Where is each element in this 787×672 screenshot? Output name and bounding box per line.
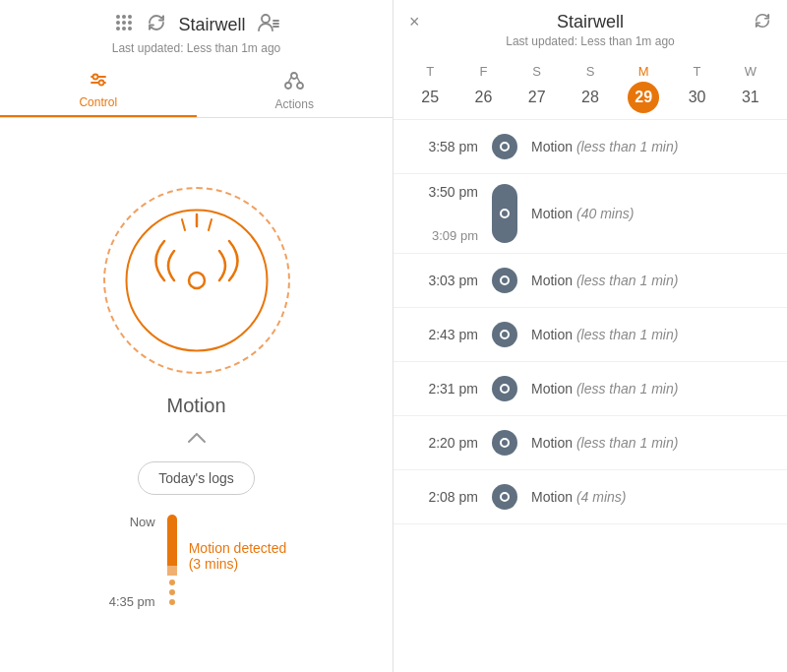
motion-icon-inner [500, 438, 510, 448]
motion-icon [492, 484, 517, 510]
cal-letter: W [745, 64, 757, 79]
svg-point-3 [116, 21, 120, 25]
cal-num[interactable]: 28 [575, 82, 606, 113]
motion-icon-inner [500, 142, 510, 152]
event-desc: Motion (less than 1 min) [531, 435, 771, 451]
todays-logs-button[interactable]: Today's logs [138, 461, 255, 495]
event-time-top: 3:50 pm [428, 184, 478, 200]
motion-icon [492, 376, 517, 401]
motion-icon [492, 134, 517, 159]
motion-icon-inner [500, 384, 510, 394]
event-time-main: 2:31 pm [428, 381, 478, 397]
chevron-up-icon[interactable] [187, 429, 207, 450]
calendar-row: T 25 F 26 S 27 S 28 M 29 T 30 W 31 [394, 58, 787, 120]
cal-day-W31[interactable]: W 31 [731, 64, 770, 113]
svg-point-7 [122, 27, 126, 31]
motion-visual [98, 182, 295, 379]
cal-letter: T [426, 64, 434, 79]
event-desc: Motion (less than 1 min) [531, 381, 771, 397]
cal-num-today[interactable]: 29 [628, 82, 659, 113]
cal-day-F26[interactable]: F 26 [463, 64, 503, 113]
cal-day-S28[interactable]: S 28 [571, 64, 610, 113]
cal-num[interactable]: 27 [521, 82, 553, 113]
tabs-row: Control Actions [0, 63, 393, 118]
cal-letter: F [479, 64, 487, 79]
event-item: 2:31 pm Motion (less than 1 min) [394, 362, 787, 416]
motion-waves [103, 187, 290, 374]
log-row: Now 4:35 pm Motion detected (3 mins) [106, 515, 287, 609]
left-header-icons: Stairwell [113, 12, 278, 37]
svg-point-15 [92, 75, 97, 80]
event-item: 3:58 pm Motion (less than 1 min) [394, 120, 787, 174]
event-time: 2:20 pm [409, 435, 478, 451]
cal-num[interactable]: 30 [682, 82, 713, 113]
motion-icon-tall [492, 184, 517, 243]
svg-point-16 [98, 81, 103, 86]
event-desc: Motion (less than 1 min) [531, 327, 771, 342]
svg-point-5 [128, 21, 132, 25]
right-refresh-icon[interactable] [754, 12, 771, 33]
right-title: Stairwell [557, 12, 624, 32]
event-item: 2:20 pm Motion (less than 1 min) [394, 416, 787, 470]
cal-letter: M [638, 64, 649, 79]
event-item: 2:43 pm Motion (less than 1 min) [394, 308, 787, 362]
svg-line-24 [209, 219, 212, 230]
event-time-main: 2:43 pm [428, 327, 478, 342]
svg-point-9 [262, 15, 270, 23]
log-time-bottom: 4:35 pm [109, 594, 155, 609]
tab-actions-label: Actions [275, 97, 314, 111]
cal-num[interactable]: 26 [467, 82, 499, 113]
svg-line-23 [182, 219, 185, 230]
left-subtitle: Last updated: Less than 1m ago [112, 41, 280, 55]
svg-line-21 [297, 78, 300, 84]
event-desc: Motion (40 mins) [531, 184, 771, 243]
log-duration-label: (3 mins) [189, 556, 287, 572]
cal-letter: S [586, 64, 595, 79]
event-list: 3:58 pm Motion (less than 1 min) 3:50 pm… [394, 120, 787, 672]
cal-day-S27[interactable]: S 27 [517, 64, 557, 113]
event-item-tall: 3:50 pm 3:09 pm Motion (40 mins) [394, 174, 787, 254]
right-subtitle: Last updated: Less than 1m ago [506, 34, 674, 48]
log-section: Now 4:35 pm Motion detected (3 mins) [87, 515, 307, 629]
cal-day-T30[interactable]: T 30 [678, 64, 717, 113]
motion-icon-inner [500, 330, 510, 339]
cal-num[interactable]: 25 [414, 82, 446, 113]
cal-letter: T [694, 64, 701, 79]
log-detected-label: Motion detected [189, 540, 287, 556]
event-time-main: 2:20 pm [428, 435, 478, 451]
event-time: 2:43 pm [409, 327, 478, 342]
close-icon[interactable]: × [409, 12, 420, 32]
event-time-pair: 3:50 pm 3:09 pm [409, 184, 478, 243]
svg-point-1 [122, 15, 126, 19]
person-icon[interactable] [258, 13, 279, 36]
sensor-label: Motion [166, 395, 225, 417]
motion-icon-inner [500, 492, 510, 502]
cal-day-T25[interactable]: T 25 [410, 64, 450, 113]
log-text: Motion detected (3 mins) [189, 515, 287, 593]
tab-actions[interactable]: Actions [197, 63, 394, 117]
event-time-main: 3:58 pm [428, 139, 478, 154]
event-desc: Motion (less than 1 min) [531, 139, 771, 154]
left-panel: Stairwell Last updated: Less than 1m ago [0, 0, 394, 672]
event-time-main: 3:03 pm [428, 273, 478, 288]
tab-control[interactable]: Control [0, 63, 197, 117]
log-time-now: Now [130, 515, 155, 529]
event-time: 3:03 pm [409, 273, 478, 288]
motion-icon [492, 268, 517, 293]
cal-day-M29[interactable]: M 29 [624, 64, 663, 113]
log-dot [169, 589, 175, 595]
log-dot [169, 599, 175, 605]
right-panel: × Stairwell Last updated: Less than 1m a… [394, 0, 787, 672]
svg-point-2 [128, 15, 132, 19]
svg-point-0 [116, 15, 120, 19]
svg-point-25 [189, 273, 205, 288]
log-dot [169, 580, 175, 585]
sensor-container: Motion Today's logs Now 4:35 pm [87, 118, 307, 672]
cal-num[interactable]: 31 [735, 82, 766, 113]
motion-icon [492, 430, 517, 456]
event-time: 2:08 pm [409, 489, 478, 505]
menu-icon[interactable] [113, 12, 135, 37]
right-header-icons: × Stairwell [394, 12, 787, 32]
refresh-icon[interactable] [147, 13, 166, 36]
log-bar-column [167, 515, 177, 609]
